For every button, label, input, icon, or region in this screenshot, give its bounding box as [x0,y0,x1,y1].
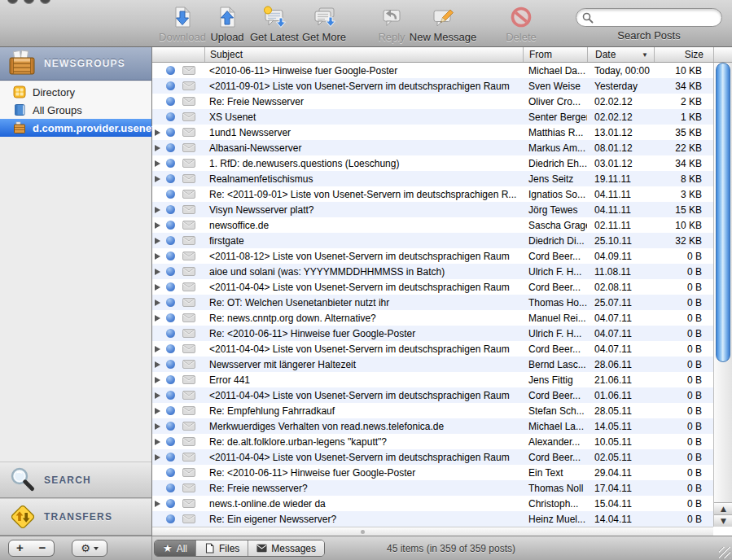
close-button[interactable] [7,0,18,4]
table-row[interactable]: Re: Empfehlung Fahrradkauf Stefan Sch...… [152,403,713,418]
search-input[interactable] [576,8,722,27]
column-header-subject[interactable]: Subject [204,47,523,62]
get-latest-button[interactable]: Get Latest [249,5,300,43]
disclosure-triangle-icon[interactable] [155,377,160,383]
sidebar-section-newsgroups[interactable]: NEWSGROUPS [0,47,151,81]
crate-icon [7,50,37,77]
upload-icon [215,5,239,29]
table-row[interactable]: <2011-08-12> Liste von Usenet-Servern im… [152,248,713,264]
row-icons [152,344,204,353]
table-row[interactable]: Re: <2010-06-11> Hinweise fuer Google-Po… [152,465,713,480]
disclosure-triangle-icon[interactable] [155,238,160,244]
table-row[interactable]: Albasani-Newsserver Markus Am... 08.01.1… [152,140,713,155]
disclosure-triangle-icon[interactable] [155,269,160,275]
sidebar-item-all-groups[interactable]: All Groups [0,101,151,119]
disclosure-triangle-icon[interactable] [155,176,160,182]
table-row[interactable]: Re: <2011-09-01> Liste von Usenet-Server… [152,186,713,202]
download-button[interactable]: Download [160,5,205,43]
table-row[interactable]: <2011-04-04> Liste von Usenet-Servern im… [152,279,713,295]
message-envelope-icon [182,391,195,400]
table-row[interactable]: 1. RfD: de.newusers.questions (Loeschung… [152,155,713,171]
date-cell: 02.02.12 [587,96,654,107]
table-row[interactable]: Re: Freie newsserver? Thomas Noll 17.04.… [152,480,713,496]
resize-grip[interactable] [719,547,730,558]
scroll-down-arrow[interactable]: ▼ [714,514,732,527]
sidebar-section-search[interactable]: SEARCH [0,462,151,498]
table-row[interactable]: Re: Ein eigener Newsserver? Heinz Muel..… [152,511,713,527]
table-row[interactable]: Merkwuerdiges Verhalten von read.news.te… [152,418,713,434]
add-button[interactable]: + [8,540,32,557]
disclosure-triangle-icon[interactable] [155,253,160,260]
table-row[interactable]: Realnamenfetischismus Jens Seitz 19.11.1… [152,171,713,186]
table-row[interactable]: aioe und solani (was: YYYYMMDDHHMMSS in … [152,264,713,279]
scroll-up-arrow[interactable]: ▲ [714,502,732,514]
sidebar-section-transfers[interactable]: TRANSFERS [0,498,151,536]
table-row[interactable]: firstgate Diedrich Di... 25.10.11 32 KB [152,233,713,248]
horizontal-scrollbar[interactable] [152,527,713,536]
table-row[interactable]: Newsserver mit längerer Haltezeit Bernd … [152,357,713,372]
disclosure-triangle-icon[interactable] [155,284,160,291]
sidebar-item-newsgroup-selected[interactable]: d.comm.provider.usenet [0,119,151,137]
table-row[interactable]: Re: Freie Newsserver Oliver Cro... 02.02… [152,94,713,109]
table-row[interactable]: 1und1 Newsserver Matthias R... 13.01.12 … [152,125,713,140]
gear-icon: ⚙ [81,541,90,556]
row-icons [152,329,204,338]
table-row[interactable]: <2011-04-04> Liste von Usenet-Servern im… [152,387,713,403]
delete-icon [509,5,533,29]
disclosure-triangle-icon[interactable] [155,439,160,445]
get-more-icon [312,5,336,29]
table-row[interactable]: <2010-06-11> Hinweise fuer Google-Poster… [152,63,713,78]
minimize-button[interactable] [24,0,34,4]
filter-messages[interactable]: Messages [248,540,324,556]
table-row[interactable]: <2011-09-01> Liste von Usenet-Servern im… [152,78,713,94]
disclosure-triangle-icon[interactable] [155,222,160,229]
filter-files[interactable]: Files [195,540,248,556]
new-message-button[interactable]: New Message [411,5,475,43]
disclosure-triangle-icon[interactable] [155,300,160,306]
message-envelope-icon [182,468,195,477]
disclosure-triangle-icon[interactable] [155,423,160,430]
disclosure-triangle-icon[interactable] [155,160,160,167]
disclosure-triangle-icon[interactable] [155,315,160,322]
disclosure-triangle-icon[interactable] [155,392,160,399]
disclosure-triangle-icon[interactable] [155,207,160,213]
disclosure-triangle-icon[interactable] [155,501,160,507]
column-header-size[interactable]: Size [654,47,713,62]
date-cell: 02.11.11 [587,220,654,231]
remove-button[interactable]: − [31,540,55,557]
from-cell: Senter Berger [523,112,587,123]
disclosure-triangle-icon[interactable] [155,408,160,414]
disclosure-triangle-icon[interactable] [155,145,160,151]
disclosure-triangle-icon[interactable] [155,454,160,461]
disclosure-triangle-icon[interactable] [155,346,160,352]
table-row[interactable]: newsoffice.de Sascha Grage 02.11.11 10 K… [152,217,713,233]
filter-all[interactable]: ★ All [155,540,195,556]
reply-button[interactable]: Reply [375,5,409,43]
table-row[interactable]: <2011-04-04> Liste von Usenet-Servern im… [152,449,713,465]
disclosure-triangle-icon[interactable] [155,129,160,136]
sidebar-item-directory[interactable]: Directory [0,83,151,101]
table-row[interactable]: Visyn Newsserver platt? Jörg Tewes 04.11… [152,202,713,217]
table-row[interactable]: XS Usenet Senter Berger 02.02.12 1 KB [152,109,713,125]
table-row[interactable]: <2011-04-04> Liste von Usenet-Servern im… [152,341,713,357]
table-row[interactable]: Re: <2010-06-11> Hinweise fuer Google-Po… [152,326,713,341]
table-row[interactable]: Re: news.cnntp.org down. Alternative? Ma… [152,310,713,326]
action-menu-button[interactable]: ⚙ [72,540,107,557]
zoom-button[interactable] [40,0,50,4]
date-cell: 04.11.11 [587,204,654,216]
column-header-icons[interactable] [152,47,204,62]
vertical-scrollbar[interactable]: ▲ ▼ [713,63,732,527]
row-icons [152,128,204,137]
column-header-date[interactable]: Date ▼ [587,47,654,62]
column-header-from[interactable]: From [523,47,587,62]
table-row[interactable]: Re: de.alt.folklore.urban-legens "kaputt… [152,434,713,449]
scrollbar-thumb[interactable] [716,63,730,362]
upload-button[interactable]: Upload [208,5,247,43]
table-row[interactable]: Error 441 Jens Fittig 21.06.11 0 B [152,372,713,387]
get-more-button[interactable]: Get More [301,5,347,43]
delete-button[interactable]: Delete [503,5,539,43]
date-cell: 04.11.11 [587,189,654,200]
table-row[interactable]: Re: OT: Welchen Usenetanbieter nutzt ihr… [152,295,713,310]
table-row[interactable]: news.t-online.de wieder da Christoph... … [152,496,713,511]
disclosure-triangle-icon[interactable] [155,361,160,368]
